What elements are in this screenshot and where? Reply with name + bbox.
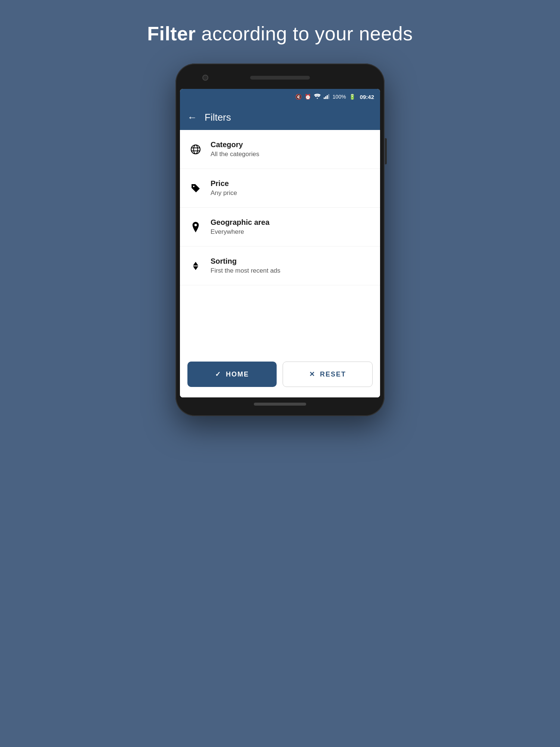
geo-text: Geographic area Everywhere	[211, 218, 270, 236]
app-bar-title: Filters	[205, 112, 231, 123]
sorting-text: Sorting First the most recent ads	[211, 257, 280, 275]
svg-marker-10	[193, 262, 198, 266]
phone-home-bar	[254, 403, 306, 406]
geo-value: Everywhere	[211, 228, 270, 236]
app-bar: ← Filters	[180, 105, 380, 130]
home-button[interactable]: ✓ HOME	[187, 362, 277, 387]
reset-button-label: RESET	[320, 371, 346, 378]
svg-rect-2	[327, 95, 328, 99]
category-label: Category	[211, 140, 259, 149]
svg-rect-1	[325, 96, 326, 99]
side-button	[385, 138, 387, 164]
price-value: Any price	[211, 189, 237, 197]
filter-item-sorting[interactable]: Sorting First the most recent ads	[180, 247, 380, 285]
home-button-label: HOME	[226, 371, 249, 378]
status-icons: 🔇 ⏰	[295, 94, 374, 100]
phone-mockup: 🔇 ⏰	[175, 63, 385, 416]
globe-icon	[189, 144, 202, 155]
home-check-icon: ✓	[215, 370, 221, 378]
status-time: 09:42	[360, 94, 374, 100]
svg-marker-11	[193, 266, 198, 270]
category-value: All the categories	[211, 151, 259, 158]
sorting-label: Sorting	[211, 257, 280, 266]
filter-item-category[interactable]: Category All the categories	[180, 130, 380, 169]
filter-item-price[interactable]: Price Any price	[180, 169, 380, 208]
filter-list: Category All the categories Price An	[180, 130, 380, 397]
signal-icon	[324, 94, 330, 100]
svg-point-4	[191, 145, 200, 154]
tag-icon	[189, 183, 202, 193]
phone-camera	[202, 75, 208, 81]
back-button[interactable]: ←	[187, 112, 197, 122]
svg-rect-0	[324, 97, 325, 99]
mute-icon: 🔇	[295, 94, 302, 100]
price-label: Price	[211, 179, 237, 188]
sort-icon	[189, 261, 202, 271]
phone-top-area	[180, 70, 380, 85]
phone-speaker	[250, 76, 310, 80]
filter-item-geo[interactable]: Geographic area Everywhere	[180, 208, 380, 247]
bottom-buttons: ✓ HOME ✕ RESET	[180, 353, 380, 397]
reset-x-icon: ✕	[309, 370, 315, 378]
svg-rect-3	[328, 94, 329, 99]
battery-icon: 🔋	[349, 94, 355, 100]
page-heading: Filter according to your needs	[147, 22, 413, 45]
pin-icon	[189, 222, 202, 232]
svg-point-8	[193, 186, 195, 187]
geo-label: Geographic area	[211, 218, 270, 227]
sorting-value: First the most recent ads	[211, 267, 280, 275]
svg-point-9	[195, 224, 197, 226]
reset-button[interactable]: ✕ RESET	[283, 362, 373, 387]
svg-point-5	[194, 145, 198, 154]
phone-screen: 🔇 ⏰	[180, 89, 380, 397]
category-text: Category All the categories	[211, 140, 259, 158]
filter-list-spacer	[180, 285, 380, 353]
wifi-icon	[314, 94, 321, 100]
battery-text: 100%	[333, 94, 346, 100]
phone-bottom-area	[180, 403, 380, 406]
price-text: Price Any price	[211, 179, 237, 197]
phone-shell: 🔇 ⏰	[175, 63, 385, 416]
status-bar: 🔇 ⏰	[180, 89, 380, 105]
alarm-icon: ⏰	[305, 94, 311, 100]
